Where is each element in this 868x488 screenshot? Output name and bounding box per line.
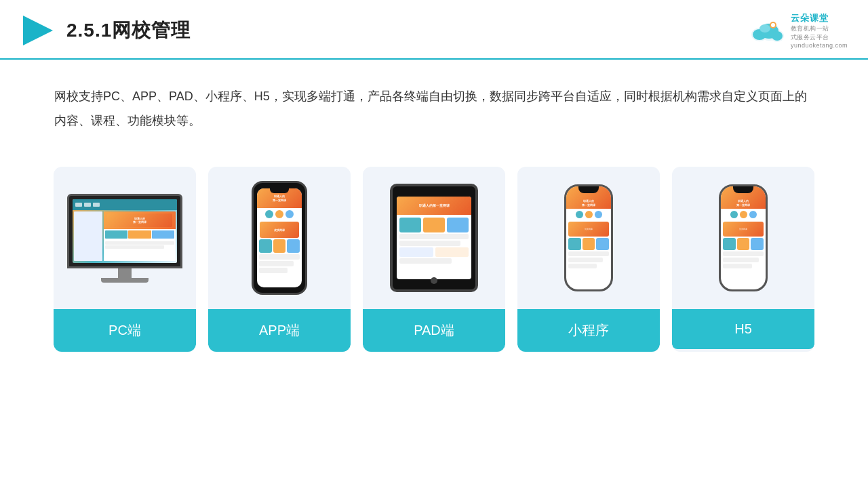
logo-sub-line2: 式服务云平台 [791,33,829,42]
app-phone-icon: 职通人的第一堂网课 优质网课 [252,181,307,295]
svg-point-6 [772,31,783,41]
card-app: 职通人的第一堂网课 优质网课 [208,167,351,352]
miniprogram-phone-icon: 职通人的第一堂网课 优质网课 [564,184,613,291]
description-text: 网校支持PC、APP、PAD、小程序、H5，实现多端打通，产品各终端自由切换，数… [0,60,868,146]
pad-icon: 职通人的第一堂网课 [390,184,478,292]
logo-name: 云朵课堂 [791,12,829,24]
card-app-label: APP端 [208,309,351,352]
card-pc: 职通人的第一堂网课 [54,167,196,352]
play-icon [20,13,56,48]
logo-sub-line1: 教育机构一站 [791,24,829,33]
card-pad-image: 职通人的第一堂网课 [363,167,505,309]
svg-point-7 [760,24,770,33]
card-miniprogram: 职通人的第一堂网课 优质网课 [517,167,660,352]
card-miniprogram-label: 小程序 [517,309,660,352]
card-pc-label: PC端 [54,309,196,352]
header: 2.5.1网校管理 云朵课堂 教育机构一站 式服务云平台 yunduoketan… [0,0,868,60]
page-title: 2.5.1网校管理 [66,18,191,43]
logo-url: yunduoketang.com [791,42,848,49]
card-h5: 职通人的第一堂网课 优质网课 [672,167,814,352]
card-pc-image: 职通人的第一堂网课 [54,167,196,309]
card-h5-image: 职通人的第一堂网课 优质网课 [672,167,814,309]
pc-monitor-icon: 职通人的第一堂网课 [67,194,182,283]
card-pad: 职通人的第一堂网课 [363,167,505,352]
logo-icon [747,17,785,44]
cards-section: 职通人的第一堂网课 [0,153,868,372]
card-pad-label: PAD端 [363,309,505,352]
card-app-image: 职通人的第一堂网课 优质网课 [208,167,351,309]
svg-point-9 [771,23,775,27]
logo-text: 云朵课堂 教育机构一站 式服务云平台 yunduoketang.com [791,12,848,49]
svg-marker-0 [23,16,53,45]
h5-phone-icon: 职通人的第一堂网课 优质网课 [719,184,768,291]
logo-area: 云朵课堂 教育机构一站 式服务云平台 yunduoketang.com [747,12,848,49]
card-h5-label: H5 [672,309,814,349]
card-miniprogram-image: 职通人的第一堂网课 优质网课 [517,167,660,309]
header-left: 2.5.1网校管理 [20,13,191,48]
